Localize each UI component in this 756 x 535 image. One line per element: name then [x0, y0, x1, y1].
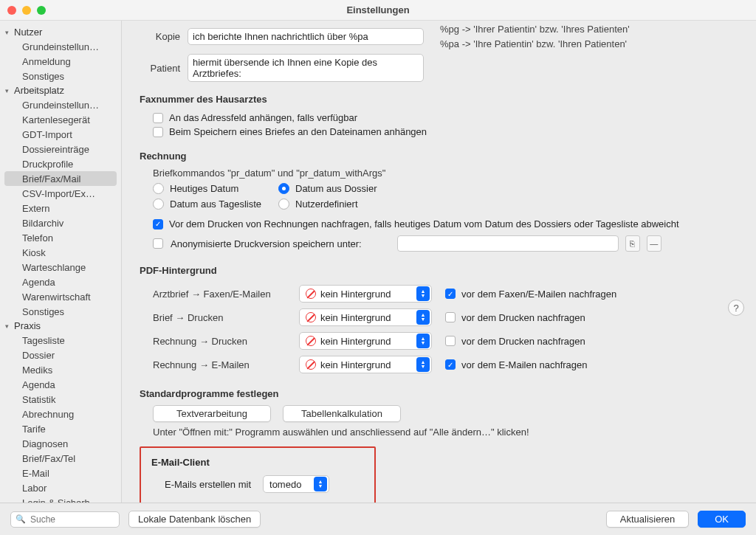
- radio-user-label: Nutzerdefiniert: [295, 199, 358, 210]
- tabellenkalkulation-button[interactable]: Tabellenkalkulation: [283, 405, 401, 422]
- radio-today[interactable]: [153, 183, 164, 194]
- pdf-bg-value: kein Hintergrund: [320, 312, 391, 323]
- chevron-updown-icon: ▲▼: [416, 286, 430, 301]
- sidebar-item[interactable]: Grundeinstellun…: [0, 39, 121, 54]
- remove-button[interactable]: —: [647, 235, 662, 252]
- sidebar-item[interactable]: Bildarchiv: [0, 215, 121, 230]
- browse-button[interactable]: ⎘: [625, 235, 640, 252]
- pdf-confirm-checkbox[interactable]: ✓: [445, 359, 456, 370]
- forbidden-icon: [306, 336, 316, 346]
- ok-button[interactable]: OK: [698, 511, 746, 528]
- radio-user[interactable]: [278, 199, 289, 210]
- anon-checkbox[interactable]: [153, 238, 163, 249]
- radio-tagesliste[interactable]: [153, 199, 164, 210]
- sidebar-item[interactable]: Sonstiges: [0, 69, 121, 83]
- sidebar-item[interactable]: Statistik: [0, 392, 121, 407]
- sidebar-item[interactable]: Abrechnung: [0, 407, 121, 421]
- sidebar-group-label: Praxis: [14, 320, 41, 331]
- section-fax-title: Faxnummer des Hausarztes: [140, 94, 744, 105]
- delete-local-db-button[interactable]: Lokale Datenbank löschen: [128, 511, 261, 528]
- sidebar-item[interactable]: GDT-Import: [0, 127, 121, 142]
- sidebar-item[interactable]: Diagnosen: [0, 436, 121, 451]
- pdf-bg-select[interactable]: kein Hintergrund▲▼: [299, 332, 432, 350]
- fax-addr-checkbox[interactable]: [153, 113, 163, 123]
- fax-filename-checkbox[interactable]: [153, 127, 163, 137]
- help-button[interactable]: ?: [728, 300, 744, 316]
- sidebar-item[interactable]: Dossier: [0, 348, 121, 362]
- fax-filename-label: Beim Speichern eines Briefes an den Date…: [169, 126, 427, 137]
- sidebar-item[interactable]: Tagesliste: [0, 333, 121, 348]
- sidebar-item[interactable]: Kartenlesegerät: [0, 112, 121, 127]
- search-field[interactable]: [30, 514, 114, 525]
- sidebar-item[interactable]: Warenwirtschaft: [0, 289, 121, 304]
- radio-dossier[interactable]: [278, 183, 289, 194]
- window-title: Einstellungen: [0, 4, 756, 15]
- kopie-label: Kopie: [140, 31, 180, 42]
- pdf-bg-value: kein Hintergrund: [320, 336, 391, 347]
- anon-path-input[interactable]: [397, 235, 619, 252]
- sidebar-group-header[interactable]: ▾Praxis: [0, 319, 121, 333]
- pdf-bg-select[interactable]: kein Hintergrund▲▼: [299, 356, 432, 373]
- footer: 🔍 Lokale Datenbank löschen Aktualisieren…: [0, 503, 756, 535]
- sidebar-item[interactable]: Sonstiges: [0, 304, 121, 319]
- sidebar-item[interactable]: Kiosk: [0, 245, 121, 260]
- sidebar-item[interactable]: Brief/Fax/Mail: [4, 171, 117, 186]
- pdf-bg-select[interactable]: kein Hintergrund▲▼: [299, 285, 432, 303]
- sidebar-item[interactable]: Warteschlange: [0, 260, 121, 275]
- kopie-input[interactable]: ich berichte Ihnen nachrichtlich über %p…: [188, 28, 424, 45]
- pdf-bg-select[interactable]: kein Hintergrund▲▼: [299, 308, 432, 326]
- refresh-button[interactable]: Aktualisieren: [606, 511, 689, 528]
- sidebar-group-header[interactable]: ▾Nutzer: [0, 25, 121, 39]
- chevron-updown-icon: ▲▼: [416, 310, 430, 325]
- sidebar-item[interactable]: Brief/Fax/Tel: [0, 451, 121, 466]
- textverarbeitung-button[interactable]: Textverarbeitung: [153, 405, 271, 422]
- pdf-confirm-label: vor dem Drucken nachfragen: [461, 336, 585, 347]
- fax-addr-label: An das Adressfeld anhängen, falls verfüg…: [169, 112, 357, 123]
- sidebar-item[interactable]: Grundeinstellun…: [0, 97, 121, 112]
- forbidden-icon: [306, 312, 316, 322]
- section-rechnung-title: Rechnung: [140, 151, 744, 162]
- sidebar-item[interactable]: Mediks: [0, 362, 121, 377]
- sidebar-group-header[interactable]: ▾Arbeitsplatz: [0, 83, 121, 97]
- sidebar-item[interactable]: Agenda: [0, 275, 121, 289]
- chevron-updown-icon: ▲▼: [314, 477, 327, 491]
- anon-label: Anonymisierte Druckversion speichern unt…: [171, 238, 362, 249]
- chevron-updown-icon: ▲▼: [416, 357, 430, 372]
- chevron-down-icon: ▾: [5, 29, 14, 36]
- radio-dossier-label: Datum aus Dossier: [295, 183, 377, 194]
- std-hint: Unter "Öffnen mit:" Programm auswählen u…: [140, 427, 744, 438]
- sidebar-group-label: Arbeitsplatz: [14, 85, 64, 96]
- pdf-confirm-label: vor dem Faxen/E-Mailen nachfragen: [461, 289, 616, 300]
- sidebar-item[interactable]: Labor: [0, 480, 121, 495]
- content-pane: Kopie ich berichte Ihnen nachrichtlich ü…: [122, 21, 756, 503]
- sidebar-item[interactable]: Login & Sicherh…: [0, 495, 121, 503]
- sidebar-item[interactable]: Agenda: [0, 377, 121, 392]
- forbidden-icon: [306, 289, 316, 299]
- pdf-bg-value: kein Hintergrund: [320, 289, 391, 300]
- pdf-confirm-checkbox[interactable]: ✓: [445, 289, 456, 299]
- chevron-down-icon: ▾: [5, 322, 14, 330]
- pdf-confirm-checkbox[interactable]: [445, 312, 456, 322]
- sidebar-item[interactable]: Tarife: [0, 421, 121, 436]
- search-icon: 🔍: [16, 514, 26, 524]
- email-client-select[interactable]: tomedo ▲▼: [263, 475, 329, 493]
- pdf-confirm-checkbox[interactable]: [445, 336, 456, 346]
- pdf-row-label: Brief → Drucken: [153, 312, 286, 323]
- pdf-row-label: Rechnung → Drucken: [153, 336, 286, 347]
- sidebar-item[interactable]: Druckprofile: [0, 156, 121, 171]
- email-client-value: tomedo: [269, 479, 301, 490]
- sidebar-item[interactable]: Anmeldung: [0, 54, 121, 69]
- pdf-bg-value: kein Hintergrund: [320, 359, 391, 370]
- sidebar-item[interactable]: Telefon: [0, 230, 121, 245]
- pdf-confirm-label: vor dem Drucken nachfragen: [461, 312, 585, 323]
- confirm-print-checkbox[interactable]: ✓: [153, 219, 163, 229]
- pdf-row-label: Rechnung → E-Mailen: [153, 359, 286, 370]
- radio-today-label: Heutiges Datum: [170, 183, 238, 194]
- sidebar-item[interactable]: Extern: [0, 201, 121, 215]
- patient-input[interactable]: hiermit übersende ich Ihnen eine Kopie d…: [188, 54, 424, 82]
- sidebar-item[interactable]: Dossiereinträge: [0, 142, 121, 156]
- chevron-down-icon: ▾: [5, 87, 14, 94]
- search-input[interactable]: 🔍: [10, 511, 120, 528]
- sidebar-item[interactable]: CSV-Import/Ex…: [0, 186, 121, 201]
- sidebar-item[interactable]: E-Mail: [0, 466, 121, 480]
